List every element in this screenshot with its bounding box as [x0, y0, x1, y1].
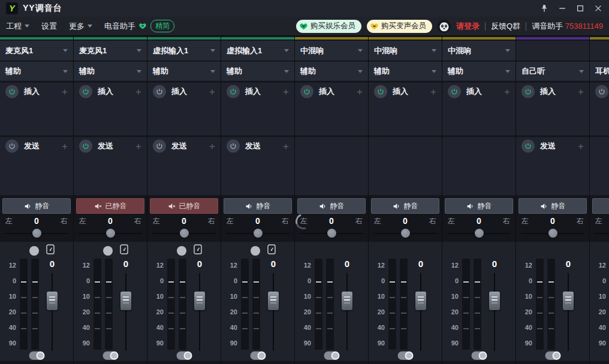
pan-knob[interactable]	[32, 229, 41, 238]
add-send-button[interactable]: +	[578, 141, 584, 151]
menu-more[interactable]: 更多	[69, 21, 92, 32]
insert-power-icon[interactable]	[300, 85, 313, 98]
pin-icon[interactable]	[539, 4, 549, 13]
fader-track[interactable]	[125, 273, 126, 351]
pan-slider[interactable]	[0, 227, 73, 240]
insert-power-icon[interactable]	[521, 85, 535, 98]
channel-source-dropdown[interactable]: 麦克风1	[74, 41, 147, 60]
send-power-icon[interactable]	[153, 139, 166, 153]
avatar-panda-icon[interactable]	[438, 20, 451, 33]
add-send-button[interactable]: +	[283, 141, 289, 151]
channel-aux-dropdown[interactable]: 自己听	[516, 62, 589, 81]
add-insert-button[interactable]: +	[504, 87, 510, 97]
feedback-qq-link[interactable]: 反馈Q群	[491, 21, 520, 32]
buy-voice-member-button[interactable]: 购买变声会员	[367, 20, 432, 33]
add-insert-button[interactable]: +	[209, 87, 215, 97]
pan-slider[interactable]	[147, 227, 221, 240]
pan-knob[interactable]	[548, 229, 557, 238]
pan-knob[interactable]	[401, 229, 410, 238]
mute-button[interactable]: 静音	[445, 198, 513, 214]
mute-button[interactable]: 静音	[224, 198, 292, 214]
pan-slider[interactable]	[221, 227, 294, 240]
mute-button[interactable]: 静音	[297, 198, 366, 214]
minimize-icon[interactable]	[557, 4, 567, 13]
insert-power-icon[interactable]	[153, 85, 166, 98]
channel-toggle[interactable]	[177, 351, 192, 360]
mute-button[interactable]: 已静音	[150, 198, 218, 214]
mute-button[interactable]: 静音	[518, 198, 587, 214]
fader-track[interactable]	[346, 273, 348, 351]
add-insert-button[interactable]: +	[135, 87, 141, 97]
channel-source-dropdown[interactable]: 中混响	[369, 41, 442, 60]
pan-knob[interactable]	[106, 229, 115, 238]
add-send-button[interactable]: +	[135, 141, 141, 151]
channel-toggle[interactable]	[251, 351, 266, 360]
gain-meter-icon[interactable]	[120, 244, 128, 257]
channel-aux-dropdown[interactable]: 辅助	[147, 62, 221, 81]
channel-source-dropdown[interactable]: 虚拟输入1	[221, 41, 294, 60]
pan-knob[interactable]	[254, 229, 263, 238]
channel-aux-dropdown[interactable]: 辅助	[442, 62, 515, 81]
insert-power-icon[interactable]	[5, 85, 19, 98]
add-insert-button[interactable]: +	[430, 87, 436, 97]
insert-power-icon[interactable]	[79, 85, 92, 98]
fader-track[interactable]	[273, 273, 274, 351]
insert-power-icon[interactable]	[448, 85, 461, 98]
channel-toggle[interactable]	[472, 351, 487, 360]
close-icon[interactable]	[593, 4, 603, 13]
fader-handle[interactable]	[47, 292, 58, 310]
gain-meter-icon[interactable]	[267, 244, 276, 257]
fader-handle[interactable]	[563, 292, 574, 310]
channel-aux-dropdown[interactable]: 辅助	[74, 62, 147, 81]
channel-aux-dropdown[interactable]: 辅助	[221, 62, 294, 81]
pan-slider[interactable]	[74, 227, 147, 240]
channel-toggle[interactable]	[398, 351, 413, 360]
mute-button[interactable]: 静音	[2, 198, 71, 214]
pan-knob[interactable]	[327, 229, 336, 238]
channel-source-dropdown[interactable]: 中混响	[442, 41, 515, 60]
pan-slider[interactable]	[369, 227, 442, 240]
insert-power-icon[interactable]	[227, 85, 240, 98]
channel-toggle[interactable]	[29, 351, 44, 360]
fader-track[interactable]	[52, 273, 53, 351]
add-send-button[interactable]: +	[62, 141, 68, 151]
menu-edm-assistant[interactable]: 电音助手	[104, 21, 147, 32]
mute-button[interactable]: 静音	[592, 198, 609, 214]
channel-toggle[interactable]	[545, 351, 560, 360]
channel-source-dropdown[interactable]: 中混响	[295, 41, 368, 60]
fader-handle[interactable]	[415, 292, 426, 310]
channel-toggle[interactable]	[103, 351, 118, 360]
add-insert-button[interactable]: +	[578, 87, 584, 97]
add-insert-button[interactable]: +	[357, 87, 363, 97]
channel-source-dropdown[interactable]	[516, 41, 589, 60]
channel-source-dropdown[interactable]: 麦克风1	[0, 41, 73, 60]
channel-toggle[interactable]	[324, 351, 339, 360]
channel-aux-dropdown[interactable]: 辅助	[369, 62, 442, 81]
pan-slider[interactable]	[590, 227, 609, 240]
send-power-icon[interactable]	[521, 139, 535, 153]
channel-aux-dropdown[interactable]: 辅助	[295, 62, 368, 81]
menu-project[interactable]: 工程	[6, 21, 29, 32]
mute-button[interactable]: 已静音	[76, 198, 144, 214]
channel-source-dropdown[interactable]: 虚拟输入1	[147, 41, 221, 60]
add-insert-button[interactable]: +	[62, 87, 68, 97]
fader-track[interactable]	[420, 273, 421, 351]
add-send-button[interactable]: +	[209, 141, 215, 151]
gain-meter-icon[interactable]	[46, 244, 55, 257]
fader-track[interactable]	[494, 273, 495, 351]
menu-settings[interactable]: 设置	[41, 21, 57, 32]
pan-slider[interactable]	[442, 227, 515, 240]
pan-slider[interactable]	[516, 227, 589, 240]
fader-handle[interactable]	[268, 292, 279, 310]
fader-handle[interactable]	[489, 292, 500, 310]
compact-mode-badge[interactable]: 精简	[150, 20, 174, 32]
insert-power-icon[interactable]	[595, 85, 608, 98]
insert-power-icon[interactable]	[374, 85, 387, 98]
buy-entertainment-member-button[interactable]: 购买娱乐会员	[296, 20, 361, 33]
channel-aux-dropdown[interactable]: 辅助	[0, 62, 73, 81]
fader-handle[interactable]	[120, 292, 131, 310]
channel-aux-dropdown[interactable]: 耳机	[590, 62, 609, 81]
maximize-icon[interactable]	[575, 4, 585, 13]
gain-meter-icon[interactable]	[194, 244, 202, 257]
fader-track[interactable]	[568, 273, 569, 351]
